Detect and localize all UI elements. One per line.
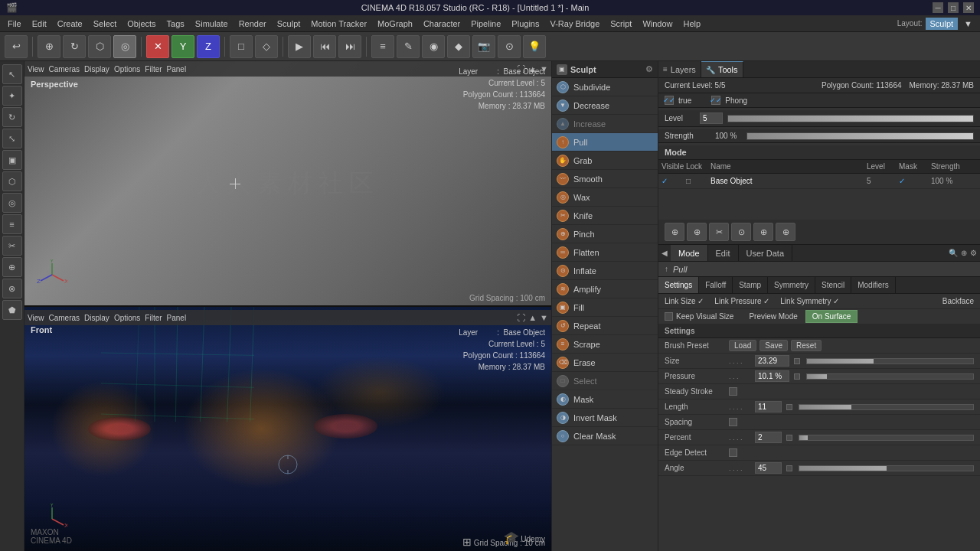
length-input[interactable] xyxy=(755,401,782,412)
scale-tool[interactable]: ⬡ xyxy=(88,35,111,58)
strength-slider[interactable] xyxy=(746,132,974,140)
sculpt-tool-mask[interactable]: ◐ Mask xyxy=(552,390,658,409)
vp-top-filter[interactable]: Filter xyxy=(145,65,162,73)
layer-add2-btn[interactable]: ⊕ xyxy=(687,223,707,241)
ls-tool11-btn[interactable]: ⊗ xyxy=(2,279,22,298)
sculpt-tool-select[interactable]: □ Select xyxy=(552,372,658,390)
vp-bottom-cameras[interactable]: Cameras xyxy=(49,314,80,322)
sculpt-tool-wax[interactable]: ◎ Wax xyxy=(552,188,658,207)
sculpt-tool-flatten[interactable]: ═ Flatten xyxy=(552,243,658,262)
layer-flatten-btn[interactable]: ⊕ xyxy=(776,223,795,241)
menu-script[interactable]: Script xyxy=(606,18,636,30)
row-visible[interactable]: ✓ xyxy=(662,177,684,185)
phong-checkbox[interactable]: ✓ xyxy=(711,96,720,105)
menu-file[interactable]: File xyxy=(3,18,26,30)
vp-top-options[interactable]: Options xyxy=(114,65,140,73)
menu-motion-tracker[interactable]: Motion Tracker xyxy=(306,18,371,30)
mode-tab-edit[interactable]: Edit xyxy=(708,245,739,261)
viewport-bottom-canvas[interactable]: View Cameras Display Options Filter Pane… xyxy=(24,307,551,551)
nav-settings-icon[interactable]: ⚙ xyxy=(970,249,977,257)
on-surface-btn[interactable]: On Surface xyxy=(805,310,858,323)
vp-top-panel[interactable]: Panel xyxy=(167,65,187,73)
level-input[interactable] xyxy=(700,112,723,124)
ls-tool10-btn[interactable]: ⊕ xyxy=(2,257,22,277)
menu-edit[interactable]: Edit xyxy=(28,18,51,30)
viewport-bottom[interactable]: View Cameras Display Options Filter Pane… xyxy=(24,307,551,551)
undo-button[interactable]: ↩ xyxy=(5,35,28,58)
sculpt-tool-invert-mask[interactable]: ◑ Invert Mask xyxy=(552,409,658,427)
close-button[interactable]: ✕ xyxy=(963,2,974,13)
menu-pipeline[interactable]: Pipeline xyxy=(466,18,505,30)
y-axis-btn[interactable]: Y xyxy=(172,35,194,58)
ls-tool6-btn[interactable]: ⬡ xyxy=(2,171,22,191)
menu-window[interactable]: Window xyxy=(638,18,677,30)
viewport-top[interactable]: View Cameras Display Options Filter Pane… xyxy=(24,61,551,307)
pressure-slider[interactable] xyxy=(806,373,974,380)
paint-btn[interactable]: ✎ xyxy=(397,35,420,58)
material-btn[interactable]: ◉ xyxy=(422,35,445,58)
viewport-top-canvas[interactable]: View Cameras Display Options Filter Pane… xyxy=(24,61,551,305)
sculpt-tool-subdivide[interactable]: ⬡ Subdivide xyxy=(552,78,658,96)
sculpt-tool-smooth[interactable]: 〰 Smooth xyxy=(552,170,658,188)
sculpt-tool-amplify[interactable]: ≋ Amplify xyxy=(552,280,658,298)
vp-bottom-view[interactable]: View xyxy=(28,314,44,322)
sculpt-tool-grab[interactable]: ✋ Grab xyxy=(552,152,658,170)
layer-row[interactable]: ✓ □ Base Object 5 ✓ 100 % xyxy=(658,174,980,189)
percent-slider[interactable] xyxy=(799,435,974,441)
ls-move-btn[interactable]: ✦ xyxy=(2,86,22,106)
play-btn[interactable]: ▶ xyxy=(288,35,311,58)
sculpt-tool[interactable]: ◎ xyxy=(113,35,136,58)
vp-bottom-panel[interactable]: Panel xyxy=(167,314,187,322)
ls-select-btn[interactable]: ↖ xyxy=(2,64,22,84)
mode-tab-mode[interactable]: Mode xyxy=(671,245,708,261)
ls-rotate-btn[interactable]: ↻ xyxy=(2,107,22,127)
edge-mode-btn[interactable]: ◇ xyxy=(255,35,278,58)
menu-sculpt[interactable]: Sculpt xyxy=(273,18,305,30)
ls-scale-btn[interactable]: ⤡ xyxy=(2,129,22,148)
rp-tab-layers[interactable]: Layers xyxy=(671,61,696,77)
rp-tab-tools[interactable]: Tools xyxy=(718,62,738,77)
angle-slider[interactable] xyxy=(799,465,974,471)
menu-render[interactable]: Render xyxy=(234,18,271,30)
layer-add-btn[interactable]: ⊕ xyxy=(665,223,684,241)
percent-input[interactable] xyxy=(755,432,782,443)
ls-tool9-btn[interactable]: ✂ xyxy=(2,236,22,256)
settings-tab-symmetry[interactable]: Symmetry xyxy=(768,277,815,293)
settings-tab-stamp[interactable]: Stamp xyxy=(733,277,768,293)
forward-btn[interactable]: ⏭ xyxy=(338,35,361,58)
render-view-btn[interactable]: ◆ xyxy=(447,35,470,58)
vp-top-cameras[interactable]: Cameras xyxy=(49,65,80,73)
vp-bottom-arrow-down[interactable]: ▼ xyxy=(540,313,548,322)
menu-tags[interactable]: Tags xyxy=(162,18,189,30)
menu-character[interactable]: Character xyxy=(419,18,465,30)
vp-bottom-arrow-up[interactable]: ▲ xyxy=(528,313,537,322)
angle-input[interactable] xyxy=(755,462,782,474)
playback-btn[interactable]: ⏮ xyxy=(313,35,336,58)
z-axis-btn[interactable]: Z xyxy=(197,35,220,58)
nav-arrow-left[interactable]: ◀ xyxy=(658,249,671,257)
minimize-button[interactable]: ─ xyxy=(933,2,943,13)
move-tool[interactable]: ⊕ xyxy=(38,35,60,58)
level-slider[interactable] xyxy=(727,115,974,122)
layers-btn[interactable]: ≡ xyxy=(371,35,394,58)
menu-objects[interactable]: Objects xyxy=(122,18,160,30)
vp-top-view[interactable]: View xyxy=(28,65,44,73)
menu-vray[interactable]: V-Ray Bridge xyxy=(545,18,604,30)
length-slider[interactable] xyxy=(799,404,974,410)
settings-tab-stencil[interactable]: Stencil xyxy=(815,277,851,293)
menu-layout-arrow[interactable]: ▼ xyxy=(959,18,977,30)
display-btn[interactable]: ⊙ xyxy=(498,35,521,58)
settings-tab-settings[interactable]: Settings xyxy=(658,277,699,293)
rotate-tool[interactable]: ↻ xyxy=(63,35,86,58)
settings-tab-modifiers[interactable]: Modifiers xyxy=(851,277,896,293)
sculpt-tool-knife[interactable]: ✂ Knife xyxy=(552,207,658,225)
menu-layout-sculpt[interactable]: Sculpt xyxy=(926,18,959,30)
sculpt-settings-icon[interactable]: ⚙ xyxy=(645,64,653,74)
include-top-levels-checkbox[interactable]: ✓ xyxy=(665,96,674,105)
layer-delete-btn[interactable]: ✂ xyxy=(709,223,729,241)
sculpt-tool-clear-mask[interactable]: ○ Clear Mask xyxy=(552,427,658,445)
size-input[interactable] xyxy=(755,355,789,367)
reset-btn[interactable]: Reset xyxy=(791,340,822,351)
vp-top-display[interactable]: Display xyxy=(84,65,109,73)
menu-simulate[interactable]: Simulate xyxy=(191,18,233,30)
